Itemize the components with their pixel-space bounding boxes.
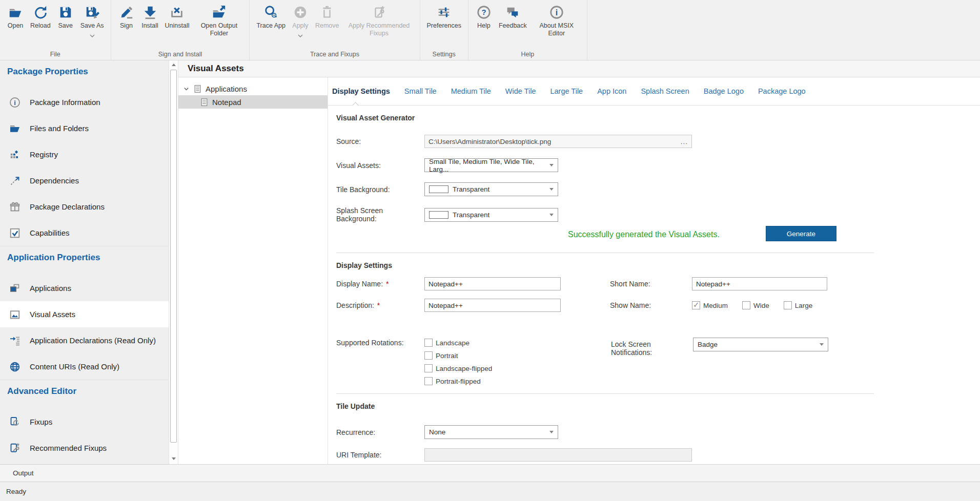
sidebar-item-dependencies[interactable]: Dependencies (0, 168, 169, 194)
msix-editor-window: Open Reload Save Save As File Sign Insta… (0, 0, 980, 501)
sidebar-heading-package-properties: Package Properties (0, 67, 169, 80)
rotation-portrait-flipped-checkbox[interactable]: Portrait-flipped (424, 376, 611, 386)
recurrence-dropdown[interactable]: None (424, 425, 558, 439)
dropdown-caret-icon (549, 164, 554, 166)
tile-background-label: Tile Background: (336, 185, 424, 194)
display-name-field[interactable]: Notepad++ (424, 277, 561, 290)
description-field[interactable]: Notepad++ (424, 299, 561, 312)
sidebar-item-application-declarations-read-only[interactable]: Application Declarations (Read Only) (0, 327, 169, 353)
sidebar-item-registry[interactable]: Registry (0, 141, 169, 168)
sidebar-item-package-declarations[interactable]: Package Declarations (0, 194, 169, 220)
checkbox-unchecked-icon[interactable] (424, 364, 433, 372)
preferences-button[interactable]: Preferences (424, 4, 464, 31)
tab-large-tile[interactable]: Large Tile (550, 87, 583, 95)
tile-background-dropdown[interactable]: Transparent (424, 182, 558, 196)
rotation-landscape-checkbox[interactable]: Landscape (424, 338, 611, 348)
sidebar-item-recommended-fixups[interactable]: Recommended Fixups (0, 435, 169, 461)
open-folder-icon (8, 5, 23, 20)
open-button[interactable]: Open (4, 4, 27, 31)
registry-icon (9, 149, 21, 161)
sidebar-item-visual-assets[interactable]: Visual Assets (0, 301, 169, 327)
visual-assets-dropdown[interactable]: Small Tile, Medium Tile, Wide Tile, Larg… (424, 158, 558, 172)
sign-button[interactable]: Sign (115, 4, 138, 31)
open-output-folder-button[interactable]: Open Output Folder (192, 4, 246, 38)
checkbox-unchecked-icon[interactable] (742, 301, 750, 309)
content-uris-globe-icon (9, 361, 21, 373)
apply-button[interactable]: Apply (289, 4, 312, 40)
toolbar-group-sign-and-install: Sign Install Uninstall Open Output Folde… (111, 0, 250, 60)
sidebar-item-applications[interactable]: Applications (0, 275, 169, 301)
rotation-landscape-flipped-checkbox[interactable]: Landscape-flipped (424, 363, 611, 373)
tab-wide-tile[interactable]: Wide Tile (505, 87, 536, 95)
package-declarations-icon (9, 201, 21, 213)
remove-button[interactable]: Remove (312, 4, 342, 31)
scrollbar-thumb[interactable] (170, 70, 177, 443)
uninstall-icon (169, 5, 185, 20)
dependencies-icon (9, 175, 21, 187)
tab-badge-logo[interactable]: Badge Logo (704, 87, 744, 95)
install-arrow-icon (142, 5, 158, 20)
uri-template-field[interactable] (424, 448, 692, 462)
uninstall-button[interactable]: Uninstall (162, 4, 193, 31)
feedback-button[interactable]: Feedback (496, 4, 530, 31)
sidebar-scrollbar[interactable] (169, 60, 178, 464)
trace-app-button[interactable]: Trace App (253, 4, 289, 31)
toolbar-group-label: Sign and Install (115, 49, 246, 60)
tab-splash-screen[interactable]: Splash Screen (641, 87, 689, 95)
help-button[interactable]: ?Help (472, 4, 496, 31)
checkbox-unchecked-icon[interactable] (424, 351, 433, 360)
install-button[interactable]: Install (138, 4, 162, 31)
reload-icon (33, 5, 48, 20)
checkbox-unchecked-icon[interactable] (424, 339, 433, 347)
rotation-portrait-checkbox[interactable]: Portrait (424, 350, 611, 361)
sidebar-item-content-uris-read-only[interactable]: Content URIs (Read Only) (0, 353, 169, 380)
toolbar-group-settings: Preferences Settings (420, 0, 468, 60)
sidebar-item-capabilities[interactable]: Capabilities (0, 220, 169, 246)
short-name-field[interactable]: Notepad++ (692, 277, 827, 290)
checkbox-unchecked-icon[interactable] (424, 377, 433, 385)
tab-app-icon[interactable]: App Icon (597, 87, 626, 95)
toolbar: Open Reload Save Save As File Sign Insta… (0, 0, 980, 60)
splash-background-dropdown[interactable]: Transparent (424, 208, 558, 222)
output-panel-header[interactable]: Output (0, 464, 980, 482)
browse-button[interactable]: ... (677, 138, 688, 145)
capabilities-icon (9, 227, 21, 239)
save-button[interactable]: Save (54, 4, 77, 31)
source-field[interactable]: C:\Users\Administrator\Desktop\tick.png … (424, 135, 692, 148)
checkbox-unchecked-icon[interactable] (784, 301, 792, 309)
sidebar-item-package-information[interactable]: iPackage Information (0, 89, 169, 115)
toolbar-group-label: Trace and Fixups (253, 49, 416, 60)
tab-small-tile[interactable]: Small Tile (404, 87, 437, 95)
apply-recommended-fixups-button[interactable]: Apply Recommended Fixups (342, 4, 416, 38)
svg-text:?: ? (481, 8, 486, 16)
source-label: Source: (336, 137, 424, 145)
uri-template-label: URI Template: (336, 451, 424, 459)
tab-package-logo[interactable]: Package Logo (758, 87, 806, 95)
recurrence-label: Recurrence: (336, 428, 424, 436)
tree-node-notepad[interactable]: Notepad (178, 95, 328, 109)
tab-display-settings[interactable]: Display Settings (332, 87, 390, 95)
show-name-label: Show Name: (610, 301, 692, 309)
section-heading-generator: Visual Asset Generator (336, 114, 980, 122)
show-name-wide-checkbox[interactable]: Wide (742, 301, 769, 309)
about-info-icon: i (549, 5, 564, 20)
lock-screen-dropdown[interactable]: Badge (693, 338, 828, 351)
preferences-sliders-icon (436, 5, 452, 20)
sidebar-item-fixups[interactable]: Fixups (0, 409, 169, 435)
show-name-medium-checkbox[interactable]: Medium (692, 301, 728, 309)
generate-button[interactable]: Generate (766, 226, 836, 241)
svg-text:i: i (14, 98, 16, 106)
save-as-button[interactable]: Save As (77, 4, 107, 40)
tab-medium-tile[interactable]: Medium Tile (451, 87, 491, 95)
checkbox-checked-icon[interactable] (692, 301, 700, 309)
tree-node-applications[interactable]: Applications (178, 82, 328, 95)
reload-button[interactable]: Reload (27, 4, 54, 31)
scroll-up-icon[interactable] (169, 60, 178, 69)
about-msix-editor-button[interactable]: iAbout MSIX Editor (530, 4, 583, 38)
sidebar-item-files-and-folders[interactable]: Files and Folders (0, 115, 169, 141)
chevron-down-icon[interactable] (183, 86, 190, 92)
show-name-large-checkbox[interactable]: Large (784, 301, 813, 309)
scroll-down-icon[interactable] (169, 454, 178, 463)
generate-row: Successfully generated the Visual Assets… (336, 226, 980, 243)
toolbar-group-file: Open Reload Save Save As File (0, 0, 111, 60)
